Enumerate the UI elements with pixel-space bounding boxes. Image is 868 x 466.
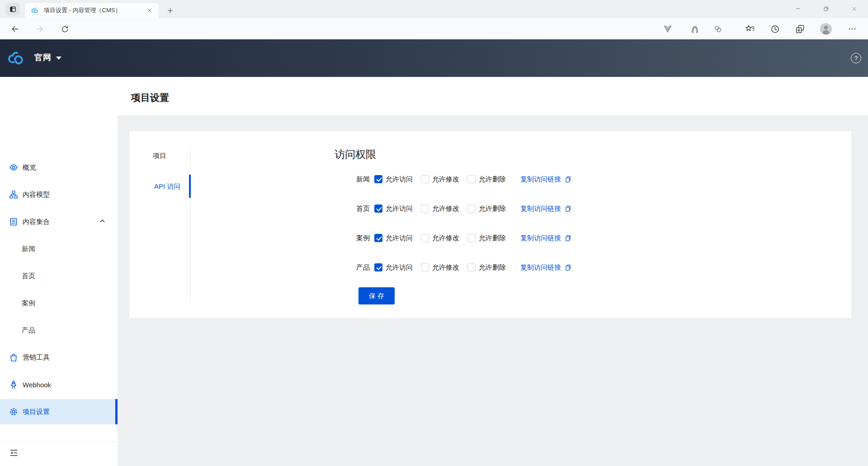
forward-button[interactable] [33,23,47,35]
copy-icon[interactable] [564,205,572,213]
collection-name: 产品 [356,263,371,272]
sidebar: 概览 内容模型 内容集合 新闻 首页 案例 产品 营销工具 We [0,77,118,466]
allow-read-label: 允许访问 [386,204,413,213]
allow-modify-checkbox[interactable] [421,175,429,183]
sidebar-item-label: 产品 [22,326,35,335]
sidebar-item-marketing[interactable]: 营销工具 [0,345,118,370]
allow-read-checkbox[interactable] [374,263,382,271]
browser-menu-icon[interactable] [845,22,859,36]
permission-row: 案例 允许访问 允许修改 允许删除 复制访问链接 [356,233,572,243]
sidebar-item-overview[interactable]: 概览 [0,155,118,180]
copy-icon[interactable] [564,234,572,242]
cloudbase-logo [7,48,27,67]
copy-access-link[interactable]: 复制访问链接 [520,263,561,272]
settings-card: 项目 API 访问 访问权限 新闻 允许访问 允许修改 允许删除 复制访问链接 … [129,131,851,318]
copy-icon[interactable] [564,264,572,271]
minimize-icon [795,5,801,12]
permission-row: 产品 允许访问 允许修改 允许删除 复制访问链接 [356,262,572,272]
allow-read-label: 允许访问 [386,234,413,243]
refresh-button[interactable] [58,23,71,35]
chevron-down-icon [56,57,61,60]
tab-title: 项目设置 - 内容管理（CMS） [44,6,145,14]
favorites-bar-icon[interactable] [743,22,757,36]
tab-project[interactable]: 项目 [153,152,166,160]
sidebar-item-label: 新闻 [22,245,35,253]
allow-modify-label: 允许修改 [432,175,459,184]
collapse-icon [9,448,19,457]
rings-extension-icon[interactable] [711,22,725,36]
copy-access-link[interactable]: 复制访问链接 [520,175,561,184]
tab-api-access[interactable]: API 访问 [154,182,180,191]
allow-delete-label: 允许删除 [479,204,506,213]
copy-access-link[interactable]: 复制访问链接 [520,234,561,243]
collection-name: 新闻 [356,175,371,184]
allow-modify-checkbox[interactable] [421,263,429,271]
copy-access-link[interactable]: 复制访问链接 [520,204,561,213]
forward-icon [35,24,44,33]
page-title: 项目设置 [131,91,169,104]
save-button[interactable]: 保 存 [359,287,395,304]
sidebar-item-content-model[interactable]: 内容模型 [0,182,118,207]
browser-tab[interactable]: 项目设置 - 内容管理（CMS） [25,3,159,18]
close-icon [851,5,858,12]
sidebar-item-home[interactable]: 首页 [0,263,118,289]
allow-read-checkbox[interactable] [374,204,382,213]
project-name: 官网 [34,52,52,63]
allow-delete-checkbox[interactable] [467,234,476,242]
tab-actions-button[interactable] [5,3,20,15]
sidebar-item-webhook[interactable]: Webhook [0,372,118,397]
allow-modify-checkbox[interactable] [421,234,429,242]
browser-window: 项目设置 - 内容管理（CMS） [0,0,868,466]
sidebar-item-project-settings[interactable]: 项目设置 [0,399,118,424]
allow-delete-checkbox[interactable] [467,263,476,271]
history-icon[interactable] [768,22,782,36]
close-window-button[interactable] [840,0,868,17]
sidebar-item-label: 概览 [23,163,36,172]
collections-icon[interactable] [793,22,807,36]
allow-read-label: 允许访问 [386,263,413,272]
tab-close-icon[interactable] [145,6,154,15]
allow-delete-label: 允许删除 [479,234,506,243]
help-button[interactable]: ? [851,53,861,63]
sidebar-item-label: 案例 [22,299,35,308]
collection-name: 首页 [356,204,371,213]
sidebar-item-label: 内容模型 [23,190,50,199]
restore-button[interactable] [812,0,840,17]
sidebar-item-products[interactable]: 产品 [0,318,118,343]
allow-delete-label: 允许删除 [479,175,506,184]
sidebar-item-news[interactable]: 新闻 [0,236,118,262]
project-switcher[interactable]: 官网 [7,48,61,67]
sidebar-item-label: 首页 [22,272,35,281]
copy-icon[interactable] [564,176,572,183]
back-button[interactable] [8,23,22,35]
arch-extension-icon[interactable] [688,22,702,36]
allow-read-checkbox[interactable] [374,234,382,242]
vue-extension-icon[interactable] [661,22,675,36]
sidebar-item-label: 内容集合 [23,218,50,226]
chevron-up-icon[interactable] [99,218,106,226]
allow-delete-checkbox[interactable] [467,175,476,183]
allow-modify-checkbox[interactable] [421,204,429,213]
new-tab-button[interactable] [164,5,176,16]
rocket-icon [9,380,18,389]
plus-icon [167,7,174,14]
app-header: 官网 ? [0,39,868,77]
allow-delete-checkbox[interactable] [467,204,476,213]
tab-actions-icon [9,5,17,13]
sidebar-divider [0,441,118,442]
sidebar-item-cases[interactable]: 案例 [0,290,118,316]
permission-row: 新闻 允许访问 允许修改 允许删除 复制访问链接 [356,174,572,184]
profile-avatar[interactable] [819,22,833,36]
sidebar-item-content-collection[interactable]: 内容集合 [0,209,118,234]
allow-read-checkbox[interactable] [374,175,382,183]
sidebar-item-label: Webhook [23,381,51,389]
allow-read-label: 允许访问 [386,175,413,184]
allow-modify-label: 允许修改 [432,234,459,243]
allow-modify-label: 允许修改 [432,204,459,213]
refresh-icon [61,25,69,33]
sidebar-item-label: 项目设置 [23,408,50,416]
minimize-button[interactable] [784,0,812,17]
shopping-bag-icon [9,353,18,362]
gear-icon [9,407,18,416]
collapse-sidebar-button[interactable] [7,447,20,459]
